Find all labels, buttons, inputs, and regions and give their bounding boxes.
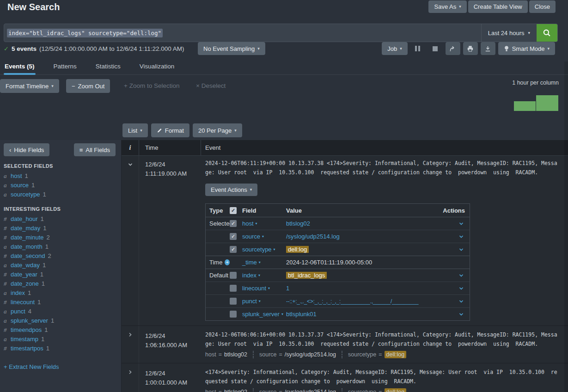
field-value-link[interactable]: dell:log	[286, 246, 437, 253]
job-menu-button[interactable]: Job ▾	[382, 42, 408, 55]
list-view-button[interactable]: List ▾	[122, 123, 148, 137]
search-button[interactable]	[537, 24, 557, 42]
field-link[interactable]: source	[11, 182, 29, 189]
event-sampling-button[interactable]: No Event Sampling ▾	[198, 42, 265, 55]
collapse-event-control[interactable]	[122, 156, 139, 325]
tab-statistics[interactable]: Statistics	[95, 63, 122, 74]
field-link[interactable]: date_zone	[11, 280, 39, 287]
field-name-link[interactable]: sourcetype▾	[242, 246, 286, 253]
time-range-picker[interactable]: Last 24 hours ▾	[481, 24, 537, 42]
field-actions-control[interactable]	[437, 247, 470, 252]
raw-event-line[interactable]: 2024-12-06T06:06:16+00:00 10.13.37.37 <1…	[205, 330, 568, 339]
field-actions-control[interactable]	[437, 273, 470, 278]
field-link[interactable]: timeendpos	[11, 326, 42, 333]
hide-fields-button[interactable]: ‹ Hide Fields	[4, 143, 49, 156]
source-value[interactable]: /syslog/udp2514.log	[285, 351, 336, 358]
expand-event-control[interactable]	[122, 363, 139, 392]
timeline-bar[interactable]	[514, 101, 536, 111]
field-link[interactable]: date_mday	[11, 225, 40, 232]
field-link[interactable]: timestamp	[11, 336, 38, 343]
tab-patterns[interactable]: Patterns	[53, 63, 78, 74]
field-link[interactable]: date_year	[11, 271, 37, 278]
field-checkbox[interactable]: ✓	[230, 285, 237, 292]
field-value-link[interactable]: btl_idrac_logs	[286, 272, 437, 279]
field-value-link[interactable]: /syslog/udp2514.log	[286, 233, 437, 240]
deselect-button[interactable]: × Deselect	[196, 82, 226, 89]
zoom-to-selection-button[interactable]: + Zoom to Selection	[124, 82, 179, 89]
sourcetype-value[interactable]: dell:log	[385, 351, 407, 358]
raw-event-line[interactable]: 2024-12-06T06:11:19+00:00 10.13.37.38 <1…	[205, 159, 568, 168]
raw-event-line[interactable]: ge: User root via IP 10.35.0.100 request…	[205, 168, 568, 177]
select-all-checkbox[interactable]: ✓	[230, 207, 237, 214]
source-value[interactable]: /syslog/udp2514.log	[285, 389, 336, 392]
field-checkbox[interactable]: ✓	[230, 220, 237, 227]
field-link[interactable]: sourcetype	[11, 191, 40, 198]
extract-new-fields-link[interactable]: + Extract New Fields	[4, 363, 121, 370]
raw-event-line[interactable]: <174>Severity: Informational, Category: …	[205, 368, 568, 377]
export-button[interactable]	[481, 42, 495, 55]
all-fields-button[interactable]: ≡ All Fields	[74, 143, 116, 156]
field-name-link[interactable]: punct▾	[242, 298, 286, 305]
field-value-link[interactable]: btlsplunk01	[286, 311, 437, 318]
host-value[interactable]: btlslog02	[224, 389, 247, 392]
highlighted-value[interactable]: dell:log	[286, 246, 309, 253]
create-table-view-button[interactable]: Create Table View	[468, 0, 528, 13]
field-link[interactable]: punct	[11, 308, 25, 315]
field-checkbox[interactable]: ✓	[230, 272, 237, 279]
scrollbar-track[interactable]	[564, 61, 568, 392]
field-link[interactable]: date_wday	[11, 262, 40, 269]
field-name-link[interactable]: source▾	[242, 233, 286, 240]
field-value-link[interactable]: --::+:_.,._<>:_,_:_,_:_,_:__________.,__…	[286, 298, 437, 305]
field-link[interactable]: timestartpos	[11, 345, 43, 352]
highlighted-value[interactable]: btl_idrac_logs	[286, 272, 327, 279]
raw-event-line[interactable]: quested state / configuration change to …	[205, 377, 568, 386]
search-input[interactable]: index="btl_idrac_logs" sourcetype="dell:…	[4, 24, 481, 42]
expand-event-control[interactable]	[122, 326, 139, 363]
field-checkbox[interactable]: ✓	[230, 311, 237, 318]
event-actions-button[interactable]: Event Actions ▾	[205, 184, 257, 196]
add-time-icon[interactable]: +	[225, 259, 230, 265]
tab-visualization[interactable]: Visualization	[139, 63, 176, 74]
field-checkbox[interactable]: ✓	[230, 298, 237, 305]
share-button[interactable]	[446, 42, 460, 55]
field-actions-control[interactable]	[437, 286, 470, 291]
close-button[interactable]: Close	[529, 0, 556, 13]
format-timeline-button[interactable]: Format Timeline ▾	[0, 79, 59, 93]
field-value-link[interactable]: btlslog02	[286, 220, 437, 227]
field-link[interactable]: date_month	[11, 243, 43, 250]
field-link[interactable]: date_hour	[11, 215, 38, 222]
field-name-link[interactable]: host▾	[242, 220, 286, 227]
field-link[interactable]: index	[11, 289, 25, 296]
field-name-link[interactable]: index▾	[242, 272, 286, 279]
field-link[interactable]: linecount	[11, 299, 35, 306]
event-time-cell: 12/6/24 1:11:19.000 AM	[139, 156, 201, 325]
sourcetype-value[interactable]: dell:log	[385, 388, 407, 392]
field-name-link[interactable]: splunk_server▾	[242, 311, 286, 318]
per-page-button[interactable]: 20 Per Page ▾	[193, 123, 242, 137]
timeline-bar[interactable]	[536, 95, 558, 111]
field-actions-control[interactable]	[437, 312, 470, 317]
field-checkbox[interactable]: ✓	[230, 233, 237, 240]
field-actions-control[interactable]	[437, 221, 470, 227]
field-name-link[interactable]: linecount▾	[242, 285, 286, 292]
field-checkbox[interactable]: ✓	[230, 246, 237, 253]
pause-icon[interactable]	[413, 42, 423, 55]
field-actions-control[interactable]	[437, 299, 470, 304]
field-link[interactable]: date_second	[11, 252, 45, 259]
zoom-out-button[interactable]: − Zoom Out	[66, 79, 110, 93]
search-mode-button[interactable]: Smart Mode ▾	[498, 42, 555, 55]
format-button[interactable]: Format	[151, 123, 189, 137]
raw-event-line[interactable]: ge: User root via IP 10.35.0.100 request…	[205, 339, 568, 349]
save-as-button[interactable]: Save As ▾	[428, 0, 466, 13]
stop-icon[interactable]	[430, 42, 440, 55]
search-query-text[interactable]: index="btl_idrac_logs" sourcetype="dell:…	[7, 29, 163, 37]
print-button[interactable]	[463, 42, 478, 55]
field-link[interactable]: host	[11, 172, 22, 179]
field-link[interactable]: splunk_server	[11, 317, 48, 324]
field-name-link[interactable]: _time▾	[242, 259, 286, 266]
field-link[interactable]: date_minute	[11, 234, 44, 241]
field-value-link[interactable]: 1	[286, 285, 437, 292]
host-value[interactable]: btlslog02	[224, 351, 247, 358]
field-actions-control[interactable]	[437, 234, 470, 239]
tab-events[interactable]: Events (5)	[4, 63, 36, 74]
